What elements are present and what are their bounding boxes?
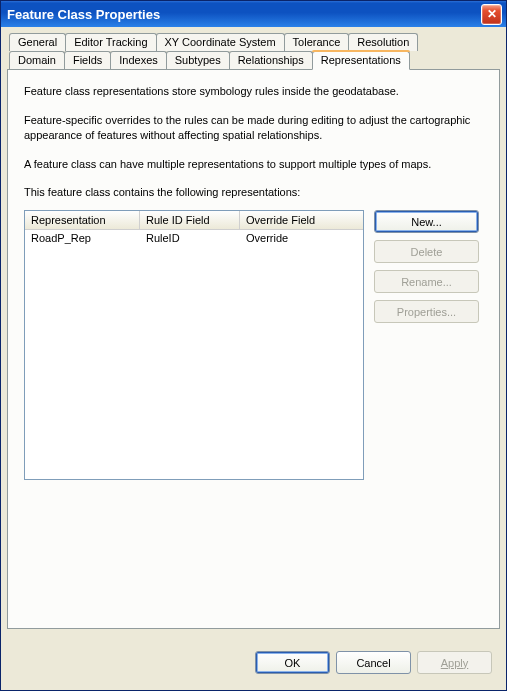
- dialog-window: Feature Class Properties ✕ General Edito…: [0, 0, 507, 691]
- list-header: Representation Rule ID Field Override Fi…: [25, 211, 363, 230]
- tab-row-1: General Editor Tracking XY Coordinate Sy…: [9, 33, 500, 51]
- button-label: Rename...: [401, 276, 452, 288]
- button-label: Properties...: [397, 306, 456, 318]
- tab-label: Domain: [18, 54, 56, 66]
- description-text: A feature class can have multiple repres…: [24, 157, 483, 172]
- button-label: New...: [411, 216, 442, 228]
- list-body: RoadP_Rep RuleID Override: [25, 230, 363, 246]
- tab-resolution[interactable]: Resolution: [348, 33, 418, 51]
- description-text: Feature class representations store symb…: [24, 84, 483, 99]
- tab-subtypes[interactable]: Subtypes: [166, 51, 230, 70]
- column-header-override[interactable]: Override Field: [240, 211, 363, 229]
- cell-rule-id: RuleID: [140, 230, 240, 246]
- tab-label: Indexes: [119, 54, 158, 66]
- window-title: Feature Class Properties: [7, 7, 160, 22]
- tab-row-2: Domain Fields Indexes Subtypes Relations…: [9, 51, 500, 70]
- tab-fields[interactable]: Fields: [64, 51, 111, 70]
- tab-general[interactable]: General: [9, 33, 66, 51]
- cancel-button[interactable]: Cancel: [336, 651, 411, 674]
- close-icon: ✕: [487, 7, 497, 21]
- list-area: Representation Rule ID Field Override Fi…: [24, 210, 483, 480]
- column-header-representation[interactable]: Representation: [25, 211, 140, 229]
- client-area: General Editor Tracking XY Coordinate Sy…: [1, 27, 506, 690]
- tab-control: General Editor Tracking XY Coordinate Sy…: [7, 33, 500, 629]
- tab-xy-coordinate-system[interactable]: XY Coordinate System: [156, 33, 285, 51]
- close-button[interactable]: ✕: [481, 4, 502, 25]
- tab-label: Relationships: [238, 54, 304, 66]
- column-label: Override Field: [246, 214, 315, 226]
- button-label: Cancel: [356, 657, 390, 669]
- side-button-stack: New... Delete Rename... Properties...: [374, 210, 479, 480]
- rename-button: Rename...: [374, 270, 479, 293]
- tab-label: Fields: [73, 54, 102, 66]
- column-label: Rule ID Field: [146, 214, 210, 226]
- delete-button: Delete: [374, 240, 479, 263]
- tab-label: Resolution: [357, 36, 409, 48]
- tab-panel-representations: Feature class representations store symb…: [7, 69, 500, 629]
- tab-label: Subtypes: [175, 54, 221, 66]
- tab-label: General: [18, 36, 57, 48]
- titlebar: Feature Class Properties ✕: [1, 1, 506, 27]
- button-label: OK: [285, 657, 301, 669]
- description-text: Feature-specific overrides to the rules …: [24, 113, 483, 143]
- tab-label: Tolerance: [293, 36, 341, 48]
- cell-override: Override: [240, 230, 340, 246]
- representations-list[interactable]: Representation Rule ID Field Override Fi…: [24, 210, 364, 480]
- column-label: Representation: [31, 214, 106, 226]
- ok-button[interactable]: OK: [255, 651, 330, 674]
- tab-label: Representations: [321, 54, 401, 66]
- column-header-rule-id[interactable]: Rule ID Field: [140, 211, 240, 229]
- list-row[interactable]: RoadP_Rep RuleID Override: [25, 230, 363, 246]
- tab-tolerance[interactable]: Tolerance: [284, 33, 350, 51]
- dialog-footer: OK Cancel Apply: [7, 643, 500, 684]
- tab-editor-tracking[interactable]: Editor Tracking: [65, 33, 156, 51]
- button-label: Delete: [411, 246, 443, 258]
- new-button[interactable]: New...: [374, 210, 479, 233]
- tab-indexes[interactable]: Indexes: [110, 51, 167, 70]
- tab-relationships[interactable]: Relationships: [229, 51, 313, 70]
- cell-representation: RoadP_Rep: [25, 230, 140, 246]
- tab-representations[interactable]: Representations: [312, 51, 410, 70]
- tab-label: XY Coordinate System: [165, 36, 276, 48]
- apply-button: Apply: [417, 651, 492, 674]
- tab-label: Editor Tracking: [74, 36, 147, 48]
- list-caption: This feature class contains the followin…: [24, 185, 483, 200]
- button-label: Apply: [441, 657, 469, 669]
- tab-domain[interactable]: Domain: [9, 51, 65, 70]
- properties-button: Properties...: [374, 300, 479, 323]
